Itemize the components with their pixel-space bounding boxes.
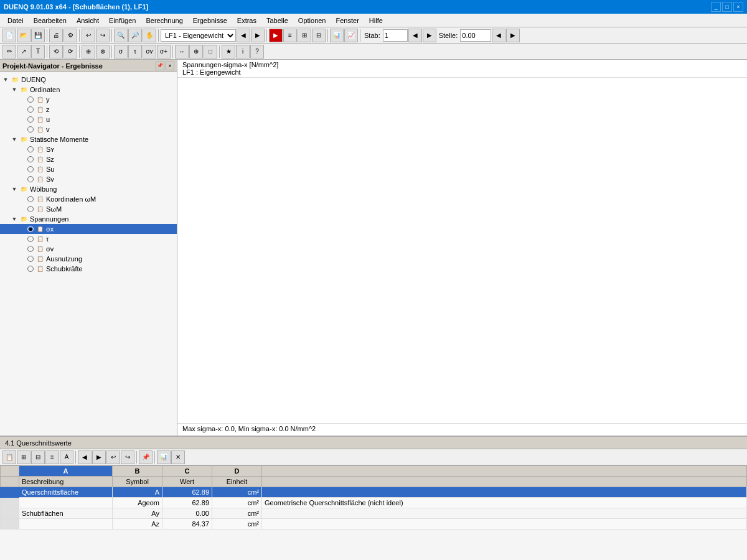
tbl-btn-3[interactable]: ⊟ [31, 450, 45, 464]
toggle-duenq[interactable]: ▼ [1, 75, 10, 84]
tb-btn-7[interactable]: 📈 [344, 29, 358, 42]
zoom-in-button[interactable]: 🔍 [114, 29, 128, 42]
new-button[interactable]: 📄 [2, 29, 16, 42]
menu-einfuegen[interactable]: Einfügen [104, 16, 141, 26]
menu-berechnung[interactable]: Berechnung [141, 16, 187, 26]
tbl-btn-7[interactable]: ▶ [92, 450, 106, 464]
menu-hilfe[interactable]: Hilfe [364, 16, 388, 26]
tbl-btn-6[interactable]: ◀ [78, 450, 92, 464]
stelle-prev[interactable]: ◀ [492, 29, 505, 42]
tree-item-woelbung[interactable]: ▼ 📁 Wölbung [0, 184, 177, 194]
radio-v[interactable] [27, 126, 34, 133]
tree-item-u[interactable]: ▶ 📋 u [0, 114, 177, 124]
redo-button[interactable]: ↪ [96, 29, 110, 42]
tb-btn-5[interactable]: ⊟ [312, 29, 326, 42]
toggle-woelbung[interactable]: ▼ [10, 185, 19, 194]
canvas-view[interactable]: EG M S y z [177, 78, 747, 423]
tree-item-schubkraefte[interactable]: ▶ 📋 Schubkräfte [0, 264, 177, 274]
tb-btn-2[interactable]: ⚙ [63, 29, 77, 42]
col-header-b[interactable]: B [113, 466, 162, 477]
save-button[interactable]: 💾 [31, 29, 45, 42]
tree-item-tau[interactable]: ▶ 📋 τ [0, 234, 177, 244]
radio-sigma-x[interactable] [27, 226, 34, 232]
stelle-input[interactable] [460, 29, 491, 42]
radio-sy[interactable] [27, 146, 34, 152]
tbl-btn-4[interactable]: ≡ [45, 450, 59, 464]
radio-koord-wm[interactable] [27, 196, 34, 202]
tbl-btn-2[interactable]: ⊞ [17, 450, 31, 464]
tree-item-sv[interactable]: ▶ 📋 Sv [0, 174, 177, 184]
tree-item-s-wm[interactable]: ▶ 📋 SωM [0, 204, 177, 214]
tb2-btn-11[interactable]: σ+ [157, 45, 171, 58]
col-header-c[interactable]: C [162, 466, 212, 477]
menu-fenster[interactable]: Fenster [331, 16, 364, 26]
tree-item-ausnutzung[interactable]: ▶ 📋 Ausnutzung [0, 254, 177, 264]
print-button[interactable]: 🖨 [49, 29, 63, 42]
next-lc-button[interactable]: ▶ [251, 29, 265, 42]
toggle-spannungen[interactable]: ▼ [10, 215, 19, 223]
tb2-btn-17[interactable]: ? [250, 45, 264, 58]
tbl-btn-1[interactable]: 📋 [2, 450, 16, 464]
radio-sv[interactable] [27, 176, 34, 182]
tree-item-su[interactable]: ▶ 📋 Su [0, 164, 177, 174]
tb2-btn-16[interactable]: i [236, 45, 250, 58]
tree-item-sigma-x[interactable]: ▶ 📋 σx [0, 224, 177, 234]
close-button[interactable]: × [733, 2, 743, 12]
maximize-button[interactable]: □ [722, 2, 732, 12]
tbl-btn-11[interactable]: 📊 [157, 450, 171, 464]
table-scroll-area[interactable]: A B C D Beschreibung Symbol Wert Einheit [0, 465, 747, 560]
undo-button[interactable]: ↩ [82, 29, 95, 42]
tree-item-koord-wm[interactable]: ▶ 📋 Koordinaten ωM [0, 194, 177, 204]
radio-schubkraefte[interactable] [27, 266, 34, 272]
minimize-button[interactable]: _ [711, 2, 721, 12]
tb2-btn-5[interactable]: ⟳ [63, 45, 77, 58]
radio-sz[interactable] [27, 156, 34, 162]
menu-tabelle[interactable]: Tabelle [261, 16, 293, 26]
tree-item-ordinaten[interactable]: ▼ 📁 Ordinaten [0, 85, 177, 95]
loadcase-select[interactable]: LF1 - Eigengewicht [161, 29, 236, 42]
radio-ausnutzung[interactable] [27, 256, 34, 262]
table-row-2[interactable]: Ageom 62.89 cm² Geometrische Querschnitt… [1, 498, 747, 508]
tb2-btn-4[interactable]: ⟲ [49, 45, 63, 58]
open-button[interactable]: 📂 [17, 29, 31, 42]
run-button[interactable]: ▶ [269, 29, 283, 42]
table-row-1[interactable]: Querschnittsfläche A 62.89 cm² [1, 487, 747, 498]
col-header-d[interactable]: D [212, 466, 262, 477]
stelle-next[interactable]: ▶ [506, 29, 520, 42]
tb2-btn-14[interactable]: □ [204, 45, 217, 58]
menu-extras[interactable]: Extras [232, 16, 261, 26]
tb2-btn-1[interactable]: ✏ [2, 45, 16, 58]
tbl-btn-12[interactable]: ✕ [171, 450, 185, 464]
tb2-btn-12[interactable]: ↔ [175, 45, 189, 58]
radio-su[interactable] [27, 166, 34, 172]
toggle-stat[interactable]: ▼ [10, 135, 19, 144]
tb2-btn-15[interactable]: ★ [222, 45, 235, 58]
tbl-btn-9[interactable]: ↪ [121, 450, 134, 464]
menu-optionen[interactable]: Optionen [293, 16, 331, 26]
table-row-4[interactable]: Az 84.37 cm² [1, 519, 747, 530]
menu-ansicht[interactable]: Ansicht [72, 16, 104, 26]
radio-tau[interactable] [27, 236, 34, 242]
zoom-out-button[interactable]: 🔎 [128, 29, 142, 42]
tree-item-spannungen[interactable]: ▼ 📁 Spannungen [0, 214, 177, 224]
panel-close-button[interactable]: × [166, 62, 174, 70]
radio-y[interactable] [27, 96, 34, 103]
tree-item-duenq[interactable]: ▼ 📁 DUENQ [0, 75, 177, 85]
tb2-btn-6[interactable]: ⊕ [82, 45, 95, 58]
tb2-btn-10[interactable]: σv [143, 45, 156, 58]
tree-item-sy[interactable]: ▶ 📋 Sʏ [0, 144, 177, 154]
stab-next[interactable]: ▶ [423, 29, 436, 42]
tb2-btn-2[interactable]: ↗ [17, 45, 31, 58]
tb-btn-6[interactable]: 📊 [330, 29, 344, 42]
tb2-btn-7[interactable]: ⊗ [96, 45, 110, 58]
tb2-btn-13[interactable]: ⊕ [189, 45, 203, 58]
table-row-3[interactable]: Schubflächen Ay 0.00 cm² [1, 508, 747, 519]
col-header-a[interactable]: A [19, 466, 113, 477]
menu-ergebnisse[interactable]: Ergebnisse [188, 16, 232, 26]
menu-bearbeiten[interactable]: Bearbeiten [29, 16, 72, 26]
tree-item-stat-momente[interactable]: ▼ 📁 Statische Momente [0, 134, 177, 144]
tree-item-z[interactable]: ▶ 📋 z [0, 105, 177, 114]
tbl-btn-5[interactable]: A [60, 450, 73, 464]
tb2-btn-3[interactable]: T [31, 45, 45, 58]
menu-datei[interactable]: Datei [2, 16, 29, 26]
